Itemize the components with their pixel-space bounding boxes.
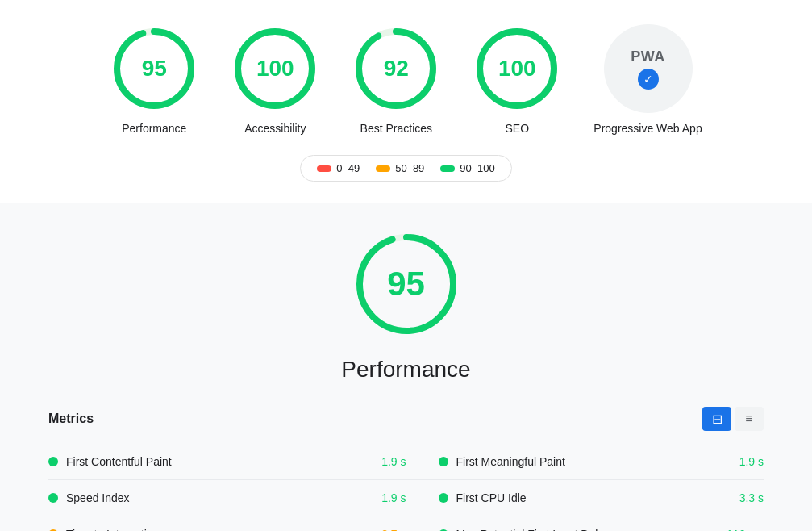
main-score-label: Performance [48, 357, 764, 383]
legend-item-low: 0–49 [317, 162, 360, 174]
score-circle-performance: 95 [110, 24, 198, 113]
metric-name-fci: First CPU Idle [456, 491, 731, 504]
metric-value-tti: 3.7 s [381, 528, 406, 531]
score-label-best-practices: Best Practices [360, 121, 432, 136]
score-item-performance: 95 Performance [110, 24, 198, 136]
score-label-performance: Performance [122, 121, 186, 136]
metric-value-si: 1.9 s [381, 491, 406, 504]
metric-dot-fci [439, 493, 448, 503]
metric-name-si: Speed Index [66, 491, 373, 504]
main-score-circle-container: 95 [48, 228, 764, 341]
legend-range-low: 0–49 [336, 162, 360, 174]
list-view-button[interactable]: ⊟ [702, 407, 731, 431]
view-toggle: ⊟ ≡ [702, 407, 764, 431]
legend-row: 0–49 50–89 90–100 [0, 155, 812, 182]
score-label-pwa: Progressive Web App [593, 121, 702, 136]
metric-value-mpfid: 110 ms [727, 528, 764, 531]
metrics-title: Metrics [48, 412, 94, 426]
score-circle-accessibility: 100 [231, 24, 319, 113]
scores-row: 95 Performance 100 Accessibility [0, 16, 812, 152]
metric-dot-fmp [439, 457, 448, 466]
score-item-pwa: PWA ✓ Progressive Web App [593, 24, 702, 136]
metric-name-fmp: First Meaningful Paint [456, 455, 731, 468]
score-circle-best-practices: 92 [352, 24, 440, 113]
legend-container: 0–49 50–89 90–100 [300, 155, 511, 182]
detail-view-button[interactable]: ≡ [735, 407, 764, 431]
main-score-value: 95 [387, 265, 425, 303]
metric-row-fmp: First Meaningful Paint 1.9 s [406, 444, 764, 480]
bottom-section: 95 Performance Metrics ⊟ ≡ First Content… [0, 203, 812, 531]
metric-dot-si [48, 493, 58, 503]
score-value-performance: 95 [142, 56, 167, 82]
legend-dot-high [440, 165, 455, 172]
score-item-best-practices: 92 Best Practices [352, 24, 440, 136]
metric-row-si: Speed Index 1.9 s [48, 480, 406, 516]
score-circle-seo: 100 [473, 24, 561, 113]
legend-item-high: 90–100 [440, 162, 494, 174]
metric-name-tti: Time to Interactive [66, 528, 373, 531]
score-label-accessibility: Accessibility [244, 121, 306, 136]
metric-row-fcp: First Contentful Paint 1.9 s [48, 444, 406, 480]
metric-value-fcp: 1.9 s [381, 455, 406, 468]
pwa-text: PWA [631, 48, 665, 65]
legend-item-mid: 50–89 [376, 162, 424, 174]
metric-value-fci: 3.3 s [739, 491, 764, 504]
metrics-col-right: First Meaningful Paint 1.9 s First CPU I… [406, 444, 764, 531]
score-item-accessibility: 100 Accessibility [231, 24, 319, 136]
metric-row-tti: Time to Interactive 3.7 s [48, 516, 406, 531]
legend-dot-low [317, 165, 331, 172]
metric-dot-fcp [48, 457, 58, 466]
score-value-accessibility: 100 [256, 56, 294, 82]
legend-range-high: 90–100 [460, 162, 494, 174]
main-score-circle: 95 [350, 228, 463, 341]
pwa-circle: PWA ✓ [604, 24, 693, 113]
metric-value-fmp: 1.9 s [739, 455, 764, 468]
top-section: 95 Performance 100 Accessibility [0, 0, 812, 203]
metrics-grid: First Contentful Paint 1.9 s Speed Index… [48, 444, 764, 531]
metric-row-mpfid: Max Potential First Input Delay 110 ms [406, 516, 764, 531]
score-value-seo: 100 [498, 56, 536, 82]
pwa-check-icon: ✓ [638, 69, 659, 90]
metrics-col-left: First Contentful Paint 1.9 s Speed Index… [48, 444, 406, 531]
score-value-best-practices: 92 [384, 56, 409, 82]
legend-dot-mid [376, 165, 390, 172]
metrics-header: Metrics ⊟ ≡ [48, 407, 764, 431]
legend-range-mid: 50–89 [395, 162, 424, 174]
metric-row-fci: First CPU Idle 3.3 s [406, 480, 764, 516]
metric-name-mpfid: Max Potential First Input Delay [456, 528, 719, 531]
metric-name-fcp: First Contentful Paint [66, 455, 373, 468]
score-label-seo: SEO [506, 121, 530, 136]
score-item-seo: 100 SEO [473, 24, 561, 136]
